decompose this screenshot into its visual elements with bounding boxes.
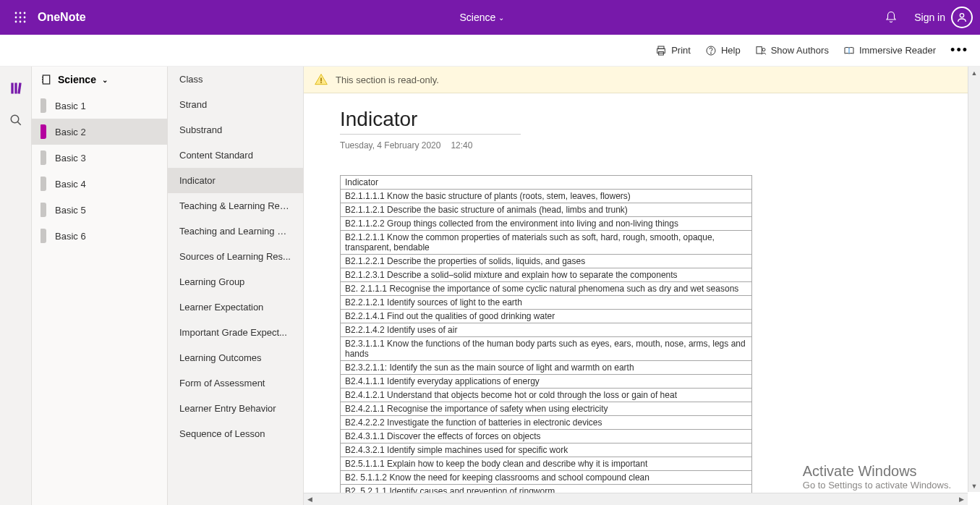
svg-point-6 — [15, 21, 17, 23]
search-button[interactable] — [0, 104, 32, 136]
section-tab-icon — [41, 124, 46, 139]
notifications-button[interactable] — [878, 4, 904, 30]
more-options-button[interactable]: ••• — [950, 43, 968, 58]
help-button[interactable]: Help — [705, 45, 741, 56]
page-item[interactable]: Learning Group — [168, 269, 303, 294]
page-time: 12:40 — [451, 140, 472, 150]
page-item[interactable]: Sources of Learning Res... — [168, 244, 303, 269]
svg-point-3 — [15, 17, 17, 19]
svg-line-21 — [17, 122, 21, 125]
table-row: B2.4.2.1.1 Recognise the importance of s… — [341, 402, 752, 416]
svg-rect-22 — [43, 75, 49, 84]
table-cell: B2.2.1.4.1 Find out the qualities of goo… — [341, 310, 752, 323]
print-label: Print — [671, 45, 691, 56]
svg-rect-17 — [11, 83, 13, 94]
section-label: Basic 1 — [55, 101, 86, 111]
table-row: B2.1.2.2.1 Describe the properties of so… — [341, 255, 752, 268]
avatar-icon — [951, 7, 973, 28]
table-row: B2.4.3.2.1 Identify simple machines used… — [341, 444, 752, 457]
help-label: Help — [721, 45, 741, 56]
svg-point-9 — [960, 14, 963, 17]
info-bar-message: This section is read-only. — [336, 75, 439, 85]
horizontal-scrollbar[interactable]: ◀ ▶ — [304, 493, 968, 505]
table-cell: B2.3.1.1.1 Know the functions of the hum… — [341, 337, 752, 361]
immersive-reader-button[interactable]: Immersive Reader — [843, 45, 936, 56]
notebook-title-label: Science — [460, 12, 496, 23]
table-cell: B2. 2.1.1.1 Recognise the importance of … — [341, 282, 752, 296]
page-canvas[interactable]: Indicator Tuesday, 4 February 2020 12:40… — [304, 93, 980, 505]
section-item[interactable]: Basic 2 — [32, 119, 167, 145]
section-tab-icon — [41, 203, 46, 217]
table-cell: B2.1.1.2.2 Group things collected from t… — [341, 217, 752, 231]
app-launcher-button[interactable] — [7, 4, 33, 30]
table-row: B2.1.2.3.1 Describe a solid–solid mixtur… — [341, 268, 752, 282]
svg-point-1 — [20, 12, 22, 14]
print-button[interactable]: Print — [655, 45, 691, 56]
table-row: B2.1.1.1.1 Know the basic structure of p… — [341, 190, 752, 203]
scroll-up-button[interactable]: ▲ — [968, 67, 981, 79]
page-meta: Tuesday, 4 February 2020 12:40 — [340, 140, 980, 150]
table-cell: B2.1.2.3.1 Describe a solid–solid mixtur… — [341, 268, 752, 282]
page-item[interactable]: Important Grade Expect... — [168, 320, 303, 345]
table-row: B2.3.1.1.1 Know the functions of the hum… — [341, 337, 752, 361]
chevron-down-icon: ⌄ — [102, 76, 108, 84]
app-header: OneNote Science ⌄ Sign in — [0, 0, 980, 35]
page-item[interactable]: Teaching and Learning R... — [168, 218, 303, 244]
scroll-left-button[interactable]: ◀ — [304, 493, 316, 506]
page-item[interactable]: Learning Outcomes — [168, 345, 303, 370]
show-authors-label: Show Authors — [771, 45, 829, 56]
page-item[interactable]: Form of Assessment — [168, 370, 303, 396]
section-item[interactable]: Basic 1 — [32, 93, 167, 119]
table-row: B2.1.1.2.1 Describe the basic structure … — [341, 203, 752, 217]
scroll-right-button[interactable]: ▶ — [955, 493, 968, 506]
vertical-scrollbar[interactable]: ▲ ▼ — [968, 67, 980, 492]
svg-rect-27 — [320, 82, 322, 83]
page-item[interactable]: Sequence of Lesson — [168, 421, 303, 446]
table-row: B2.4.3.1.1 Discover the effects of force… — [341, 430, 752, 444]
svg-rect-15 — [757, 46, 762, 53]
page-item[interactable]: Strand — [168, 92, 303, 117]
svg-point-0 — [15, 12, 17, 14]
table-cell: B2.2.1.2.1 Identify sources of light to … — [341, 296, 752, 310]
page-item[interactable]: Teaching & Learning Res... — [168, 193, 303, 218]
section-label: Basic 2 — [55, 127, 86, 137]
show-authors-button[interactable]: Show Authors — [755, 45, 829, 56]
table-cell: B2.2.1.4.2 Identify uses of air — [341, 323, 752, 337]
section-item[interactable]: Basic 6 — [32, 223, 167, 249]
page-item[interactable]: Indicator — [168, 168, 303, 193]
svg-rect-18 — [14, 83, 17, 94]
notebook-name: Science — [58, 74, 96, 85]
table-cell: B2.1.1.2.1 Describe the basic structure … — [341, 203, 752, 217]
table-cell: B2.1.2.1.1 Know the common properties of… — [341, 231, 752, 255]
page-title[interactable]: Indicator — [340, 108, 521, 135]
section-item[interactable]: Basic 4 — [32, 171, 167, 197]
table-row: B2.2.1.4.1 Find out the qualities of goo… — [341, 310, 752, 323]
sign-in-button[interactable]: Sign in — [914, 7, 973, 28]
page-item[interactable]: Learner Entry Behavior — [168, 396, 303, 421]
notebook-selector[interactable]: Science ⌄ — [32, 67, 167, 93]
section-tab-icon — [41, 229, 46, 243]
nav-rail — [0, 67, 32, 505]
immersive-reader-label: Immersive Reader — [859, 45, 936, 56]
svg-point-5 — [24, 17, 26, 19]
section-tab-icon — [41, 177, 46, 191]
warning-icon — [314, 72, 328, 87]
svg-rect-26 — [320, 78, 322, 82]
section-item[interactable]: Basic 5 — [32, 197, 167, 223]
section-item[interactable]: Basic 3 — [32, 145, 167, 171]
section-label: Basic 3 — [55, 153, 86, 164]
section-panel: Science ⌄ Basic 1Basic 2Basic 3Basic 4Ba… — [32, 67, 168, 505]
svg-point-8 — [24, 21, 26, 23]
table-cell: B2.1.1.1.1 Know the basic structure of p… — [341, 190, 752, 203]
page-item[interactable]: Substrand — [168, 117, 303, 143]
page-item[interactable]: Class — [168, 67, 303, 92]
navigation-button[interactable] — [0, 72, 32, 104]
notebook-title-dropdown[interactable]: Science ⌄ — [86, 12, 879, 23]
page-item[interactable]: Learner Expectation — [168, 294, 303, 320]
page-item[interactable]: Content Standard — [168, 143, 303, 168]
sign-in-label: Sign in — [914, 12, 945, 23]
table-row: B2.4.1.2.1 Understand that objects becom… — [341, 389, 752, 402]
table-cell: B2.4.1.1.1 Identify everyday application… — [341, 375, 752, 389]
scroll-down-button[interactable]: ▼ — [968, 480, 981, 492]
svg-point-4 — [20, 17, 22, 19]
